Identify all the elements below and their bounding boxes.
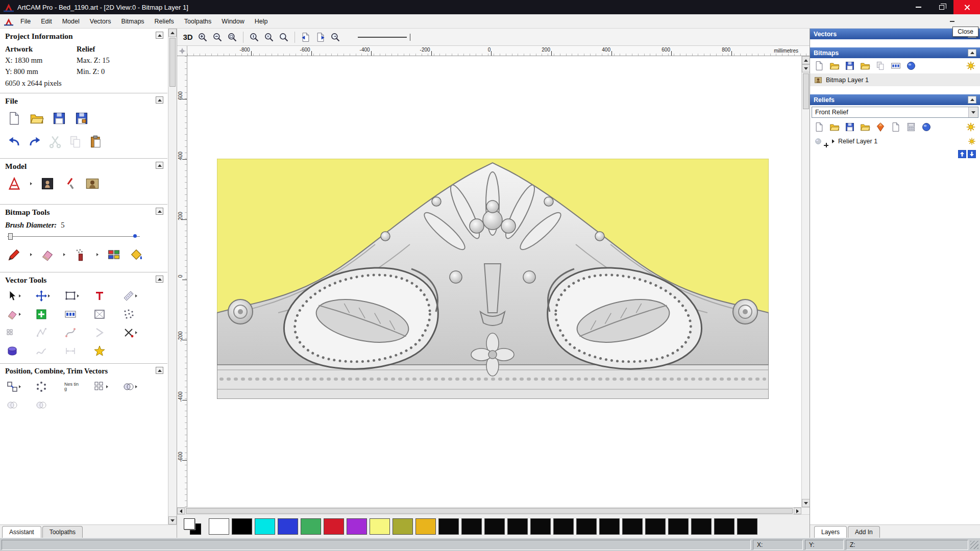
collapse-project-info-button[interactable]: [156, 32, 163, 39]
bitmap-layer-name[interactable]: Bitmap Layer 1: [826, 77, 869, 84]
text-on-curve-icon[interactable]: [64, 308, 77, 320]
palette-swatch[interactable]: [553, 518, 574, 535]
toggle-bitmap-visibility-icon[interactable]: [966, 61, 976, 71]
set-model-size-icon[interactable]: [7, 177, 21, 191]
zoom-box-button[interactable]: [226, 31, 239, 44]
zoom-fit-button[interactable]: [262, 31, 276, 44]
save-bitmap-layer-icon[interactable]: [845, 61, 855, 71]
palette-swatch[interactable]: [645, 518, 666, 535]
new-relief-layer-icon[interactable]: [814, 122, 824, 132]
palette-swatch[interactable]: [370, 518, 390, 535]
rename-bitmap-layer-icon[interactable]: [891, 61, 901, 71]
menu-window[interactable]: Window: [216, 15, 249, 28]
scroll-up-button[interactable]: [802, 56, 810, 64]
flyout-arrow-icon[interactable]: [106, 385, 108, 388]
palette-swatch[interactable]: [301, 518, 321, 535]
redo-icon[interactable]: [28, 135, 42, 149]
save-model-icon[interactable]: [52, 111, 66, 126]
vertical-scrollbar[interactable]: [801, 56, 810, 507]
menu-bitmaps[interactable]: Bitmaps: [116, 15, 149, 28]
model-tool-icon[interactable]: [63, 177, 77, 191]
weld-vectors-icon[interactable]: [122, 381, 135, 393]
previous-view-button[interactable]: [299, 31, 312, 44]
flyout-arrow-icon[interactable]: [135, 385, 137, 388]
palette-swatch[interactable]: [737, 518, 757, 535]
open-bitmap-layer-icon[interactable]: [829, 61, 840, 71]
primary-colour-swatch[interactable]: [184, 518, 195, 530]
offset-vectors-icon[interactable]: [6, 308, 18, 320]
paint-icon[interactable]: [7, 247, 21, 262]
smooth-relief-icon[interactable]: [921, 122, 932, 132]
scroll-right-button[interactable]: [794, 508, 801, 514]
flyout-arrow-icon[interactable]: [19, 385, 21, 388]
move-layer-up-icon[interactable]: [958, 150, 966, 158]
bitmaps-section-bar[interactable]: Bitmaps: [810, 47, 980, 58]
toggle-relief-visibility-icon[interactable]: [966, 122, 976, 132]
import-model-icon[interactable]: [75, 111, 89, 126]
duplicate-bitmap-layer-icon[interactable]: [875, 61, 886, 71]
move-layer-down-icon[interactable]: [968, 150, 976, 158]
flyout-arrow-icon[interactable]: [30, 182, 32, 185]
intersect-vectors-icon[interactable]: [35, 399, 47, 411]
select-vectors-icon[interactable]: [6, 290, 18, 302]
flyout-arrow-icon[interactable]: [30, 253, 32, 256]
collapse-vector-tools-button[interactable]: [156, 276, 163, 283]
tab-layers[interactable]: Layers: [814, 526, 847, 538]
align-vectors-icon[interactable]: [6, 381, 18, 393]
adjust-model-icon[interactable]: [40, 177, 55, 191]
relief-properties-icon[interactable]: [875, 122, 886, 132]
zoom-out-button[interactable]: [211, 31, 224, 44]
palette-swatch[interactable]: [530, 518, 551, 535]
mdi-minimize-button[interactable]: [946, 17, 958, 26]
palette-swatch[interactable]: [622, 518, 643, 535]
collapse-reliefs-button[interactable]: [968, 96, 976, 104]
flyout-arrow-icon[interactable]: [19, 294, 21, 297]
flyout-arrow-icon[interactable]: [96, 253, 99, 256]
paste-icon[interactable]: [89, 135, 103, 149]
create-star-icon[interactable]: [93, 345, 106, 357]
flood-fill-icon[interactable]: [129, 247, 143, 262]
expand-relief-layer-icon[interactable]: [832, 139, 835, 143]
relief-combo-dropdown-button[interactable]: [968, 107, 978, 117]
measure-tool-icon[interactable]: [122, 290, 135, 302]
menu-edit[interactable]: Edit: [36, 15, 57, 28]
palette-swatch[interactable]: [324, 518, 344, 535]
palette-swatch[interactable]: [599, 518, 620, 535]
freehand-draw-icon[interactable]: [35, 345, 47, 357]
flyout-arrow-icon[interactable]: [77, 294, 79, 297]
zoom-in-button[interactable]: [196, 31, 209, 44]
palette-swatch[interactable]: [438, 518, 459, 535]
brush-diameter-slider[interactable]: [7, 232, 160, 241]
create-dot-icon[interactable]: [6, 329, 14, 337]
transform-vectors-icon[interactable]: [35, 290, 47, 302]
scroll-split-button[interactable]: [802, 64, 810, 72]
open-model-icon[interactable]: [30, 111, 44, 126]
nesting-icon[interactable]: Nes ting: [64, 382, 80, 391]
menu-toolpaths[interactable]: Toolpaths: [179, 15, 217, 28]
palette-swatch[interactable]: [209, 518, 229, 535]
palette-swatch[interactable]: [668, 518, 689, 535]
delete-bitmap-layer-icon[interactable]: [906, 61, 916, 71]
palette-swatch[interactable]: [691, 518, 712, 535]
collapse-position-button[interactable]: [156, 367, 163, 374]
relief-layer-visibility-icon[interactable]: [968, 137, 976, 145]
zoom-previous-button[interactable]: [329, 31, 342, 44]
horizontal-scrollbar[interactable]: [177, 507, 810, 514]
palette-swatch[interactable]: [576, 518, 597, 535]
scroll-down-button[interactable]: [168, 516, 177, 524]
canvas-artwork[interactable]: [217, 159, 769, 399]
colour-palette-icon[interactable]: [107, 247, 121, 262]
paint-selective-icon[interactable]: [40, 247, 55, 262]
menu-file[interactable]: File: [15, 15, 36, 28]
relief-selector-combo[interactable]: Front Relief: [812, 107, 978, 118]
resize-grip[interactable]: [970, 541, 978, 549]
collapse-bitmaps-button[interactable]: [968, 49, 976, 57]
collapse-bitmap-tools-button[interactable]: [156, 208, 163, 215]
collapse-model-button[interactable]: [156, 162, 163, 169]
scroll-thumb[interactable]: [169, 38, 176, 87]
paste-along-curve-icon[interactable]: [93, 308, 106, 320]
assistant-scrollbar[interactable]: [168, 29, 177, 524]
import-bitmap-icon[interactable]: [860, 61, 870, 71]
viewport-2d[interactable]: 600 400 200 0 -200 -400 -600: [177, 56, 810, 507]
block-copy-icon[interactable]: [93, 381, 106, 393]
